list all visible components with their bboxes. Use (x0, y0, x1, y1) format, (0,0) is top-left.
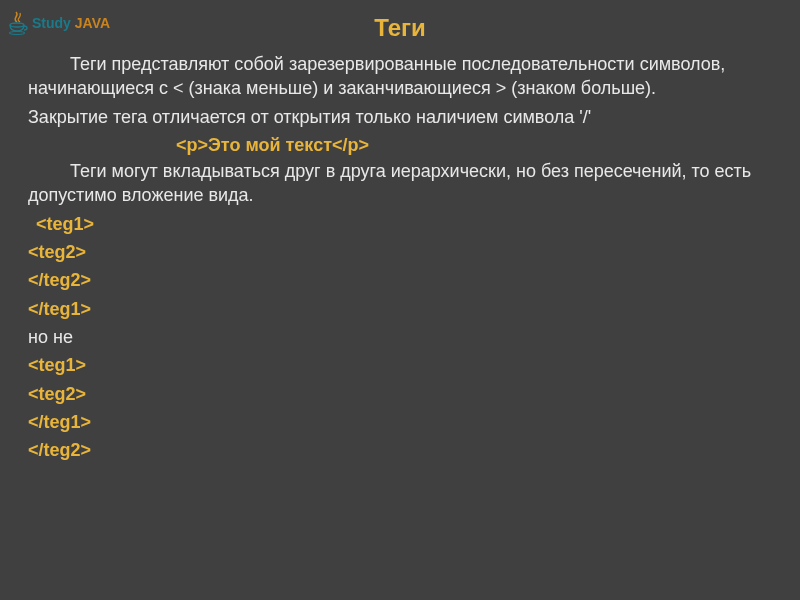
logo-text: Study JAVA (32, 15, 110, 31)
logo-study: Study (32, 15, 71, 31)
paragraph-2: Закрытие тега отличается от открытия тол… (28, 105, 772, 129)
logo: Study JAVA (8, 10, 110, 36)
code-wrong-teg1-open: <teg1> (28, 353, 772, 377)
java-cup-icon (8, 10, 28, 36)
code-wrong-teg2-open: <teg2> (28, 382, 772, 406)
code-wrong-teg2-close: </teg2> (28, 438, 772, 462)
svg-point-1 (9, 32, 25, 35)
svg-point-0 (10, 23, 24, 27)
example-code: <p>Это мой текст</p> (28, 133, 772, 157)
paragraph-3: Теги могут вкладываться друг в друга иер… (28, 159, 772, 208)
slide-title: Теги (0, 0, 800, 42)
logo-java: JAVA (75, 15, 110, 31)
code-teg2-close: </teg2> (28, 268, 772, 292)
code-wrong-teg1-close: </teg1> (28, 410, 772, 434)
code-teg2-open: <teg2> (28, 240, 772, 264)
paragraph-1: Теги представляют собой зарезервированны… (28, 52, 772, 101)
code-teg1-open: <teg1> (28, 212, 772, 236)
code-teg1-close: </teg1> (28, 297, 772, 321)
but-not-text: но не (28, 325, 772, 349)
slide-content: Теги представляют собой зарезервированны… (0, 52, 800, 462)
